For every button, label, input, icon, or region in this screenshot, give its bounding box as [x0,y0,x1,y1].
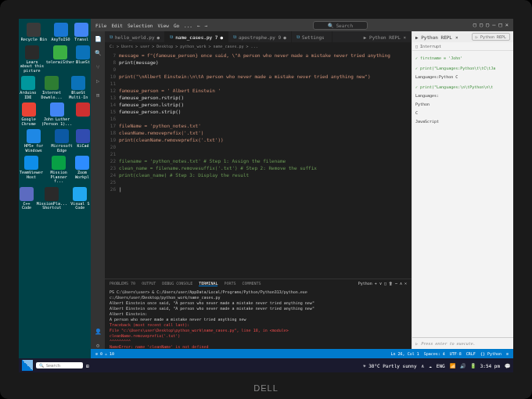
repl-tab[interactable]: ▶ Python REPL [415,34,452,40]
panel-tab[interactable]: COMMENTS [242,281,261,286]
extensions-icon[interactable]: ⊞ [96,92,99,99]
terminal-output[interactable]: PS C:\Users\user> & C:/Users/user/AppDat… [105,288,412,349]
volume-icon[interactable]: 🔊 [460,363,466,368]
menu-item[interactable]: ... [184,23,192,28]
layout-icon[interactable]: ▢ [473,22,476,28]
desktop-icon[interactable]: Internet Downlo... [38,75,66,100]
tray-icon[interactable]: ∧ [422,363,425,368]
account-icon[interactable]: 👤 [95,329,102,335]
notifications-icon[interactable]: 💬 [505,363,510,368]
lang-indicator[interactable]: ENG [437,363,445,368]
desktop-icon[interactable]: TeamViewer Host [19,155,44,185]
status-item[interactable]: ⊘ 0 ⚠ 10 [95,351,114,356]
gear-icon[interactable]: ⚙ [96,343,99,349]
desktop-icon[interactable]: BlueSt [75,45,91,74]
repl-line: Languages: [415,92,510,100]
panel-tab[interactable]: PORTS [224,281,235,286]
close-icon[interactable]: × [505,22,509,28]
desktop-icon[interactable]: John Luther (Person 1)... [38,102,75,127]
editor-tab[interactable]: ⧉name_cases.py 7 ● [165,31,228,42]
desktop-icon[interactable]: C++ Code [19,186,34,211]
layout-icon[interactable]: ▢ [486,22,489,28]
start-button[interactable] [22,360,33,371]
weather-widget[interactable]: ☀ 30°C Partly sunny [363,363,417,368]
repl-line: Python [415,100,510,109]
explorer-icon[interactable]: 📄 [95,36,102,42]
repl-close-icon[interactable]: × [455,34,458,40]
desktop-icons: Recycle BinAnyToISOTranslLearn about thi… [19,19,91,358]
desktop-icon[interactable]: AnyToISO [50,22,70,43]
activity-bar: 📄 🔍 ⑂ ▷ ⊞ 👤 ⚙ [91,31,105,349]
desktop-icon[interactable]: Visual S Code [70,186,91,211]
windows-taskbar: 🔍 Search ⊞ ☀ 30°C Partly sunny ∧ ☁ ENG 📶… [19,358,513,372]
panel-tab[interactable]: DEBUG CONSOLE [162,281,192,286]
menu-item[interactable]: → [205,23,208,28]
search-icon[interactable]: 🔍 [95,50,102,56]
breadcrumbs[interactable]: C: > Users > user > Desktop > python_wor… [105,42,412,50]
status-item[interactable]: UTF-8 [450,351,462,356]
command-search[interactable]: 🔍 Search [313,21,368,30]
terminal-shell-picker[interactable]: Python + ∨ □ 🗑 ⋯ ∧ × [358,281,407,286]
panel-tab[interactable]: TERMINAL [199,281,217,286]
status-item[interactable]: Ln 26, Col 1 [391,351,419,356]
onedrive-icon[interactable]: ☁ [429,363,432,368]
editor-tab[interactable]: ⧉apostrophe.py 9 ● [228,31,292,42]
desktop-icon[interactable] [75,102,91,127]
menu-item[interactable]: View [157,23,168,28]
menu-item[interactable]: ← [197,23,200,28]
panel-tab[interactable]: OUTPUT [142,281,156,286]
wifi-icon[interactable]: 📶 [450,363,455,368]
repl-hint: Press enter to execute. [421,341,475,346]
repl-line: ✓ firstname = 'John' [415,54,510,63]
desktop-icon[interactable]: KiCad [75,128,91,153]
terminal-panel: PROBLEMS 70OUTPUTDEBUG CONSOLETERMINALPO… [105,279,412,349]
status-item[interactable]: CRLF [466,351,476,356]
battery-icon[interactable]: 🔋 [470,363,476,368]
repl-line: ✓ print("Languages:\n\tPython\n\t [415,83,510,92]
debug-icon[interactable]: ▷ [96,78,99,84]
desktop-icon[interactable]: MissionPla... Shortcut [34,186,70,211]
editor[interactable]: 7message = f"{famouse_person} once said,… [105,50,412,279]
task-view-icon[interactable]: ⊞ [86,363,89,368]
titlebar: FileEditSelectionViewGo...←→ 🔍 Search ▢ … [91,19,513,31]
desktop-icon[interactable]: Recycle Bin [20,22,48,43]
desktop-icon[interactable]: teleraiSther [45,45,75,74]
vscode-window: FileEditSelectionViewGo...←→ 🔍 Search ▢ … [91,19,513,358]
menu-item[interactable]: Selection [128,23,153,28]
maximize-icon[interactable]: □ [499,22,502,28]
laptop-brand: DELL [253,383,279,393]
repl-line: C [415,109,510,117]
desktop-icon[interactable]: Transl [74,22,89,43]
repl-line: ✓ print("Languages:Python\t\tC\tJa [415,64,510,73]
repl-line: JavaScript [415,117,510,126]
desktop-icon[interactable]: BlueSt Multi-In [66,75,91,100]
menu-item[interactable]: Edit [111,23,122,28]
desktop-icon[interactable]: HP5+ for Windows [19,128,49,153]
layout-icon[interactable]: ▢ [480,22,483,28]
status-bar: ⊘ 0 ⚠ 10 Ln 26, Col 1Spaces: 4UTF-8CRLF{… [91,349,513,358]
repl-button[interactable]: ▷ Python REPL [472,33,510,41]
status-item[interactable]: {} Python [480,351,501,356]
panel-tab[interactable]: PROBLEMS 70 [110,281,135,286]
minimize-icon[interactable]: — [492,22,495,28]
desktop-icon[interactable]: Zoom Workpl [74,155,91,185]
status-item[interactable]: Spaces: 4 [424,351,445,356]
repl-tab-strip[interactable]: ▶ Python REPL × [359,31,412,42]
status-item[interactable]: ⊘ [506,351,509,356]
desktop-icon[interactable]: Mission Planner f... [44,155,74,185]
source-control-icon[interactable]: ⑂ [96,64,99,70]
menu-item[interactable]: Go [174,23,179,28]
clock[interactable]: 3:54 pm [480,363,500,368]
repl-run-icon[interactable]: ▷ [415,341,418,346]
repl-interrupt[interactable]: □ Interrupt [412,42,513,51]
desktop-icon[interactable]: Arduino IDE [19,75,38,100]
editor-tab[interactable]: ⧉hello_world.py ● [105,31,165,42]
desktop-icon[interactable]: Learn about this picture [19,45,45,74]
menu-item[interactable]: File [95,23,106,28]
python-repl-panel: ▶ Python REPL × ▷ Python REPL □ Interrup… [412,31,513,349]
taskbar-search[interactable]: 🔍 Search [36,362,83,368]
desktop-icon[interactable]: Google Chrome [19,102,38,127]
desktop-icon[interactable]: Microsoft Edge [49,128,75,153]
editor-tab[interactable]: ⧉Settings [292,31,332,42]
repl-line: Languages:Python C [415,73,510,81]
